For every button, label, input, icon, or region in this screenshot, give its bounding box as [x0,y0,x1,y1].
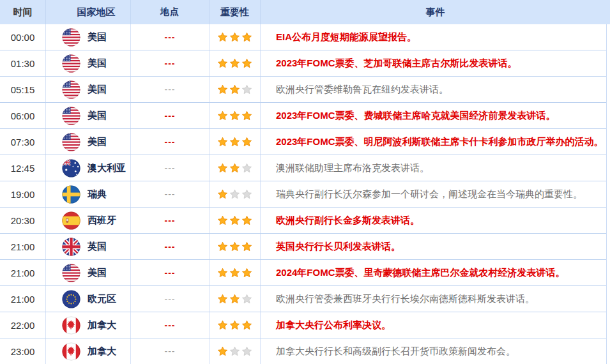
star-icon [241,189,252,200]
event-text: 英国央行行长贝利发表讲话。 [261,234,606,259]
event-text: 欧洲央行管委兼西班牙央行行长埃尔南德斯德科斯发表讲话。 [261,286,606,312]
event-time: 00:00 [0,24,46,50]
country-name: 英国 [88,241,107,253]
flag-united-states-icon [62,54,80,73]
star-icon [217,294,228,305]
star-icon [229,241,240,252]
star-icon [241,137,252,148]
country-name: 澳大利亚 [88,162,126,174]
importance-stars [210,155,261,181]
country-name: 瑞典 [88,188,107,201]
event-time: 21:00 [0,260,46,285]
event-text: 加拿大央行公布利率决议。 [261,312,606,338]
event-text: 加拿大央行行长和高级副行长召开货币政策新闻发布会。 [261,338,606,364]
country-cell: 美国 [46,260,131,285]
calendar-row[interactable]: 07:30 美国 --- 2023年FOMC票委、明尼阿波利斯联储主席卡什卡利参… [0,129,606,155]
calendar-row[interactable]: 06:00 美国 --- 2023年FOMC票委、费城联储主席哈克就美国经济前景… [0,103,606,129]
star-icon [217,189,228,200]
importance-stars [210,338,261,364]
star-icon [241,58,252,69]
country-cell: 欧元区 [46,286,131,312]
event-time: 23:00 [0,338,46,364]
importance-stars [210,286,261,312]
calendar-row[interactable]: 21:00 美国 --- 2024年FOMC票委、里奇蒙德联储主席巴尔金就农村经… [0,260,606,286]
event-time: 21:00 [0,286,46,312]
star-icon [241,268,252,278]
star-icon [241,320,252,331]
location-cell: --- [131,129,210,155]
event-time: 19:00 [0,181,46,207]
header-importance: 重要性 [210,0,261,24]
country-name: 加拿大 [88,345,116,358]
flag-united-states-icon [62,264,80,282]
country-name: 西班牙 [88,215,116,227]
star-icon [229,215,240,226]
flag-united-states-icon [62,133,80,151]
event-text: 2023年FOMC票委、明尼阿波利斯联储主席卡什卡利参加市政厅举办的活动。 [261,129,606,155]
country-name: 加拿大 [88,319,116,331]
country-name: 美国 [88,84,107,96]
calendar-row[interactable]: 12:45 澳大利亚 --- 澳洲联储助理主席布洛克发表讲话。 [0,155,606,181]
event-time: 07:30 [0,129,46,155]
location-cell: --- [131,286,210,312]
calendar-row[interactable]: 21:00 英国 --- 英国央行行长贝利发表讲话。 [0,234,606,260]
location-cell: --- [131,260,210,285]
flag-spain-icon [62,211,80,230]
event-text: EIA公布月度短期能源展望报告。 [261,24,606,50]
event-text: 欧洲央行副行长金多斯发表讲话。 [261,208,606,233]
table-body: 00:00 美国 --- EIA公布月度短期能源展望报告。 01:30 美国 -… [0,24,607,364]
location-cell: --- [131,208,210,233]
calendar-row[interactable]: 00:00 美国 --- EIA公布月度短期能源展望报告。 [0,24,606,50]
flag-united-states-icon [62,107,80,125]
star-icon [229,58,240,69]
location-cell: --- [131,24,210,50]
country-cell: 瑞典 [46,181,131,207]
flag-united-states-icon [62,28,80,47]
calendar-row[interactable]: 22:00 加拿大 --- 加拿大央行公布利率决议。 [0,312,606,338]
calendar-row[interactable]: 21:00 欧元区 --- 欧洲央行管委兼西班牙央行行长埃尔南德斯德科斯发表讲话… [0,286,606,312]
calendar-row[interactable]: 20:30 西班牙 --- 欧洲央行副行长金多斯发表讲话。 [0,208,606,234]
location-cell: --- [131,234,210,259]
location-cell: --- [131,338,210,364]
star-icon [217,320,228,331]
calendar-row[interactable]: 05:15 美国 --- 欧洲央行管委维勒鲁瓦在纽约发表讲话。 [0,77,606,103]
star-icon [217,110,228,121]
location-cell: --- [131,103,210,128]
star-icon [217,215,228,226]
importance-stars [210,260,261,285]
country-cell: 美国 [46,24,131,50]
event-time: 12:45 [0,155,46,181]
star-icon [229,346,240,357]
flag-canada-icon [62,316,80,335]
star-icon [217,163,228,174]
country-cell: 美国 [46,77,131,102]
location-cell: --- [131,312,210,338]
header-time: 时间 [0,0,46,24]
star-icon [217,137,228,148]
header-country: 国家地区 [46,0,131,24]
flag-eurozone-icon [62,290,80,308]
flag-australia-icon [62,159,80,178]
star-icon [229,84,240,95]
calendar-row[interactable]: 23:00 加拿大 --- 加拿大央行行长和高级副行长召开货币政策新闻发布会。 [0,338,606,364]
header-event: 事件 [261,0,610,24]
star-icon [229,110,240,121]
star-icon [217,268,228,278]
location-cell: --- [131,181,210,207]
event-time: 22:00 [0,312,46,338]
importance-stars [210,24,261,50]
country-name: 美国 [88,110,107,122]
importance-stars [210,77,261,102]
star-icon [241,163,252,174]
star-icon [217,58,228,69]
star-icon [241,241,252,252]
country-name: 美国 [88,267,107,279]
importance-stars [210,208,261,233]
star-icon [229,137,240,148]
event-text: 2023年FOMC票委、芝加哥联储主席古尔斯比发表讲话。 [261,50,606,76]
event-text: 澳洲联储助理主席布洛克发表讲话。 [261,155,606,181]
star-icon [241,294,252,305]
country-cell: 加拿大 [46,338,131,364]
calendar-row[interactable]: 01:30 美国 --- 2023年FOMC票委、芝加哥联储主席古尔斯比发表讲话… [0,50,606,77]
calendar-row[interactable]: 19:00 瑞典 --- 瑞典央行副行长沃尔森参加一个研讨会，阐述现金在当今瑞典… [0,181,606,208]
